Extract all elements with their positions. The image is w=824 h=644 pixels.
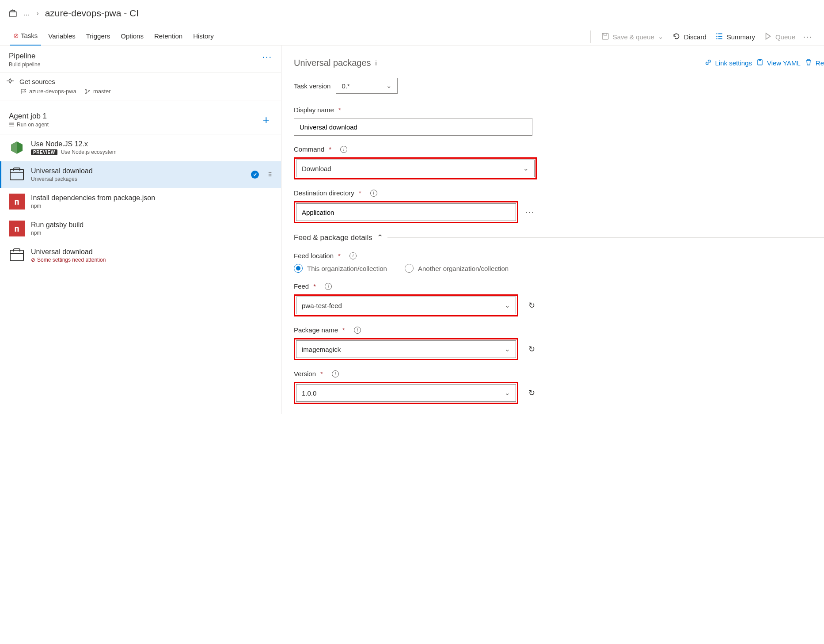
agent-job-row[interactable]: Agent job 1 Run on agent + xyxy=(0,105,281,134)
task-universal-download-2[interactable]: Universal download ⊘Some settings need a… xyxy=(0,242,281,269)
tab-retention[interactable]: Retention xyxy=(149,29,188,45)
package-icon xyxy=(9,167,25,183)
pipeline-header[interactable]: Pipeline Build pipeline ··· xyxy=(0,46,281,72)
required-marker: * xyxy=(338,252,341,259)
pipeline-menu[interactable]: ··· xyxy=(262,52,272,62)
tab-tasks[interactable]: ⊘Tasks xyxy=(8,28,43,45)
node-icon xyxy=(9,140,25,156)
feed-location-this-org[interactable]: This organization/collection xyxy=(294,264,387,273)
info-icon[interactable]: i xyxy=(354,327,361,334)
chevron-down-icon: ⌄ xyxy=(523,164,529,172)
info-icon[interactable]: i xyxy=(332,370,339,377)
task-node[interactable]: Use Node.JS 12.x PREVIEWUse Node.js ecos… xyxy=(0,134,281,161)
task-version-select[interactable]: 0.*⌄ xyxy=(336,78,398,94)
task-subtitle: Universal packages xyxy=(31,176,93,182)
required-marker: * xyxy=(342,326,345,334)
discard-button[interactable]: Discard xyxy=(668,30,711,44)
trash-icon xyxy=(805,59,812,67)
info-icon[interactable]: i xyxy=(325,283,332,290)
queue-button[interactable]: Queue xyxy=(759,30,800,44)
version-select[interactable]: 1.0.0⌄ xyxy=(296,384,516,402)
npm-icon: n xyxy=(9,221,25,236)
branch-icon xyxy=(84,88,91,95)
link-icon xyxy=(705,59,712,67)
get-sources-row[interactable]: Get sources azure-devops-pwa master xyxy=(0,72,281,100)
view-yaml-button[interactable]: View YAML xyxy=(756,59,801,67)
link-label: Link settings xyxy=(715,59,752,67)
select-value: imagemagick xyxy=(302,346,341,353)
warning-icon: ⊘ xyxy=(13,32,19,39)
destdir-input[interactable] xyxy=(296,203,516,221)
svg-rect-2 xyxy=(604,33,607,35)
agent-title: Agent job 1 xyxy=(9,112,49,121)
task-version-label: Task version xyxy=(294,82,330,90)
package-label: Package name xyxy=(294,326,338,334)
tab-row: ⊘Tasks Variables Triggers Options Retent… xyxy=(0,22,824,46)
task-title: Universal download xyxy=(31,248,106,256)
refresh-button[interactable]: ↻ xyxy=(524,385,539,401)
feed-location-label: Feed location xyxy=(294,252,334,259)
feed-location-other-org[interactable]: Another organization/collection xyxy=(405,264,509,273)
command-label: Command xyxy=(294,145,324,153)
svg-rect-0 xyxy=(9,11,16,16)
tab-history[interactable]: History xyxy=(188,29,219,45)
select-value: Download xyxy=(302,165,331,172)
command-select[interactable]: Download⌄ xyxy=(296,160,535,177)
radio-label: This organization/collection xyxy=(307,265,387,272)
svg-point-3 xyxy=(85,89,87,90)
task-title: Install dependencies from package.json xyxy=(31,194,155,202)
info-icon[interactable]: i xyxy=(370,190,377,197)
sources-title: Get sources xyxy=(19,78,55,85)
link-label: View YAML xyxy=(767,59,801,67)
display-name-input[interactable] xyxy=(294,118,532,136)
task-subtitle: npm xyxy=(31,230,84,236)
radio-dot xyxy=(294,264,303,273)
svg-rect-7 xyxy=(9,125,14,126)
required-marker: * xyxy=(338,106,341,114)
remove-button[interactable]: Re xyxy=(805,59,824,67)
browse-button[interactable]: ··· xyxy=(524,206,536,219)
chevron-down-icon: ⌄ xyxy=(386,82,392,90)
link-settings-button[interactable]: Link settings xyxy=(705,59,752,67)
more-actions[interactable]: ··· xyxy=(800,32,816,42)
tab-options[interactable]: Options xyxy=(115,29,149,45)
pipeline-subtitle: Build pipeline xyxy=(9,61,40,68)
select-value: pwa-test-feed xyxy=(302,302,342,309)
action-label: Discard xyxy=(684,33,706,41)
breadcrumb-ellipsis[interactable]: … xyxy=(23,9,30,17)
task-title: Universal download xyxy=(31,167,93,175)
required-marker: * xyxy=(329,145,331,153)
save-queue-button[interactable]: Save & queue ⌄ xyxy=(597,30,668,44)
radio-dot xyxy=(405,264,414,273)
sources-icon xyxy=(6,78,14,85)
chevron-down-icon: ⌄ xyxy=(658,33,664,41)
feed-section-header[interactable]: Feed & package details ⌃ xyxy=(294,233,824,242)
svg-marker-9 xyxy=(17,141,23,154)
add-task-button[interactable]: + xyxy=(260,113,272,127)
repo-icon xyxy=(20,88,27,95)
tab-triggers[interactable]: Triggers xyxy=(81,29,115,45)
task-universal-download-1[interactable]: Universal download Universal packages ⠿ xyxy=(0,161,281,188)
panel-title: Universal packages xyxy=(294,58,371,68)
chevron-right-icon: › xyxy=(37,10,39,17)
package-icon xyxy=(9,248,25,263)
task-subtitle: Some settings need attention xyxy=(37,257,106,263)
info-icon[interactable]: i xyxy=(340,146,347,153)
drag-handle-icon[interactable]: ⠿ xyxy=(268,173,272,176)
task-npm-install[interactable]: n Install dependencies from package.json… xyxy=(0,188,281,215)
refresh-button[interactable]: ↻ xyxy=(524,297,539,313)
display-name-label: Display name xyxy=(294,106,334,114)
info-icon[interactable]: i xyxy=(376,60,377,67)
task-npm-build[interactable]: n Run gatsby build npm xyxy=(0,215,281,242)
version-label: Version xyxy=(294,370,316,377)
summary-button[interactable]: Summary xyxy=(711,30,759,44)
radio-label: Another organization/collection xyxy=(418,265,509,272)
tab-variables[interactable]: Variables xyxy=(43,29,80,45)
package-select[interactable]: imagemagick⌄ xyxy=(296,340,516,358)
info-icon[interactable]: i xyxy=(349,252,357,259)
chevron-down-icon: ⌄ xyxy=(505,389,510,397)
link-label: Re xyxy=(816,59,824,67)
undo-icon xyxy=(672,32,680,42)
refresh-button[interactable]: ↻ xyxy=(524,341,539,357)
feed-select[interactable]: pwa-test-feed⌄ xyxy=(296,297,516,314)
